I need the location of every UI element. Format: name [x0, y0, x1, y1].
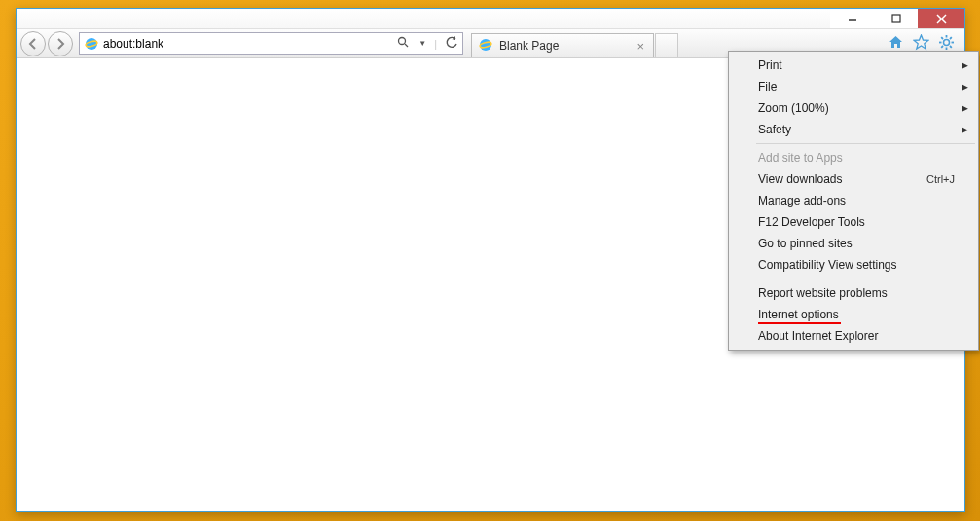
- address-bar-tools: ▼ |: [397, 36, 458, 52]
- menu-manage-addons[interactable]: Manage add-ons: [731, 190, 976, 211]
- tab-close-icon[interactable]: ×: [634, 39, 647, 54]
- menu-file[interactable]: File▶: [731, 76, 976, 97]
- menu-report-problems[interactable]: Report website problems: [731, 282, 976, 304]
- shortcut-label: Ctrl+J: [926, 173, 955, 185]
- tab-blank-page[interactable]: Blank Page ×: [471, 33, 654, 57]
- refresh-button[interactable]: [445, 36, 458, 52]
- menu-compat-view-settings[interactable]: Compatibility View settings: [731, 254, 976, 276]
- svg-line-17: [950, 37, 952, 39]
- url-input[interactable]: [103, 37, 393, 51]
- svg-line-15: [941, 37, 943, 39]
- tab-label: Blank Page: [499, 39, 559, 53]
- separator: |: [434, 38, 437, 50]
- dropdown-caret-icon[interactable]: ▼: [418, 39, 426, 48]
- address-bar[interactable]: ▼ |: [79, 32, 463, 55]
- svg-line-16: [950, 46, 952, 48]
- forward-button[interactable]: [48, 31, 73, 56]
- close-button[interactable]: [918, 9, 964, 28]
- submenu-arrow-icon: ▶: [962, 60, 968, 70]
- menu-view-downloads[interactable]: View downloadsCtrl+J: [731, 168, 976, 190]
- desktop-icon[interactable]: [0, 185, 14, 224]
- desktop-icon[interactable]: [0, 282, 14, 321]
- titlebar[interactable]: [17, 9, 964, 29]
- back-button[interactable]: [20, 31, 46, 56]
- menu-about-ie[interactable]: About Internet Explorer: [731, 325, 976, 347]
- minimize-button[interactable]: [830, 9, 874, 28]
- svg-point-6: [399, 37, 406, 44]
- menu-print[interactable]: Print▶: [731, 55, 976, 76]
- svg-rect-1: [892, 15, 900, 22]
- search-dropdown-icon[interactable]: [397, 36, 411, 52]
- ie-icon: [84, 36, 99, 52]
- maximize-button[interactable]: [874, 9, 918, 28]
- menu-separator: [756, 143, 975, 144]
- svg-line-18: [941, 46, 943, 48]
- submenu-arrow-icon: ▶: [962, 125, 968, 134]
- tools-menu: Print▶ File▶ Zoom (100%)▶ Safety▶ Add si…: [728, 51, 979, 351]
- menu-go-to-pinned-sites[interactable]: Go to pinned sites: [731, 233, 976, 254]
- submenu-arrow-icon: ▶: [962, 103, 968, 113]
- svg-point-10: [944, 39, 950, 45]
- ie-icon: [478, 37, 493, 56]
- menu-add-site-to-apps: Add site to Apps: [731, 147, 976, 168]
- submenu-arrow-icon: ▶: [962, 82, 968, 92]
- menu-internet-options[interactable]: Internet options: [731, 304, 976, 325]
- highlight-underline: [758, 322, 841, 324]
- new-tab-button[interactable]: [655, 33, 678, 57]
- window-controls: [830, 9, 964, 28]
- menu-zoom[interactable]: Zoom (100%)▶: [731, 97, 976, 119]
- menu-safety[interactable]: Safety▶: [731, 119, 976, 140]
- svg-line-7: [405, 44, 408, 47]
- titlebar-title: [17, 12, 40, 25]
- menu-separator: [756, 279, 975, 279]
- menu-f12-dev-tools[interactable]: F12 Developer Tools: [731, 211, 976, 233]
